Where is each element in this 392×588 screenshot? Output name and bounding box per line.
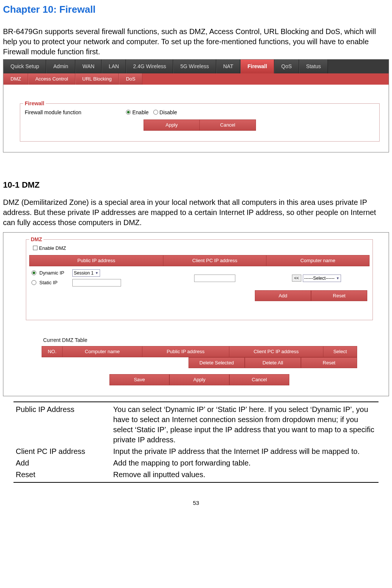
radio-dynamic-label: Dynamic IP xyxy=(39,270,69,276)
tab-status[interactable]: Status xyxy=(299,60,328,73)
tab-5g-wireless[interactable]: 5G Wireless xyxy=(173,60,216,73)
tab-admin[interactable]: Admin xyxy=(46,60,75,73)
radio-static-label: Static IP xyxy=(39,279,69,286)
dmz-ui-figure: DMZ Enable DMZ Public IP address Client … xyxy=(3,232,389,396)
subtab-access-control[interactable]: Access Control xyxy=(28,73,75,85)
term-add: Add xyxy=(13,457,111,469)
tab-24g-wireless[interactable]: 2.4G Wireless xyxy=(126,60,173,73)
table-row: Reset Remove all inputted values. xyxy=(13,469,379,481)
radio-static-ip[interactable]: Static IP xyxy=(31,279,164,287)
radio-enable-icon xyxy=(126,110,131,115)
cancel-dmz-button[interactable]: Cancel xyxy=(229,374,289,385)
radio-static-icon xyxy=(31,280,36,285)
sub-tab-bar: DMZ Access Control URL Blocking DoS xyxy=(3,73,389,85)
table-row: Add Add the mapping to port forwarding t… xyxy=(13,457,379,469)
radio-disable-icon xyxy=(153,110,158,115)
subtab-dos[interactable]: DoS xyxy=(119,73,142,85)
col-client-ip-2: Client PC IP address xyxy=(229,346,323,357)
apply-dmz-button[interactable]: Apply xyxy=(169,374,229,385)
radio-dynamic-ip[interactable]: Dynamic IP Session 1 ▼ xyxy=(31,269,164,277)
radio-disable[interactable]: Disable xyxy=(153,109,177,116)
subtab-url-blocking[interactable]: URL Blocking xyxy=(75,73,119,85)
tab-lan[interactable]: LAN xyxy=(102,60,126,73)
def-add: Add the mapping to port forwarding table… xyxy=(111,457,379,469)
def-client-ip: Input the private IP address that the In… xyxy=(111,446,379,457)
delete-selected-button[interactable]: Delete Selected xyxy=(189,357,245,369)
cancel-button[interactable]: Cancel xyxy=(200,119,256,131)
current-dmz-table-title: Current DMZ Table xyxy=(43,337,373,344)
delete-all-button[interactable]: Delete All xyxy=(245,357,301,369)
tab-firewall[interactable]: Firewall xyxy=(240,60,274,73)
section-title-dmz: 10-1 DMZ xyxy=(3,179,389,191)
firewall-ui-figure: Quick Setup Admin WAN LAN 2.4G Wireless … xyxy=(3,59,389,152)
tab-quick-setup[interactable]: Quick Setup xyxy=(3,60,46,73)
description-table: Public IP Address You can select ‘Dynami… xyxy=(13,401,379,483)
dmz-fieldset: DMZ Enable DMZ Public IP address Client … xyxy=(26,239,373,321)
col-public-ip-2: Public IP address xyxy=(142,346,229,357)
client-ip-input[interactable] xyxy=(194,275,235,282)
computer-name-select[interactable]: ------Select------ ▼ xyxy=(303,275,341,282)
dmz-legend: DMZ xyxy=(29,236,43,243)
chevron-down-icon: ▼ xyxy=(95,271,99,275)
def-reset: Remove all inputted values. xyxy=(111,469,379,481)
dmz-table-header: NO. Computer name Public IP address Clie… xyxy=(42,346,357,357)
enable-dmz-checkbox[interactable]: Enable DMZ xyxy=(33,245,370,252)
session-select-value: Session 1 xyxy=(74,270,94,276)
checkbox-icon xyxy=(33,246,37,250)
assign-button[interactable]: << xyxy=(292,275,301,282)
col-select: Select xyxy=(323,346,357,357)
static-ip-input[interactable] xyxy=(72,279,121,287)
radio-enable-label: Enable xyxy=(132,109,149,116)
col-computer-name-2: Computer name xyxy=(63,346,142,357)
firewall-module-label: Firewall module function xyxy=(25,109,118,116)
apply-button[interactable]: Apply xyxy=(144,119,200,131)
session-select[interactable]: Session 1 ▼ xyxy=(72,269,100,277)
add-button[interactable]: Add xyxy=(255,290,311,301)
subtab-dmz[interactable]: DMZ xyxy=(3,73,28,85)
def-public-ip: You can select ‘Dynamic IP’ or ‘Static I… xyxy=(111,404,379,446)
firewall-fieldset: Firewall Firewall module function Enable… xyxy=(20,103,380,142)
save-button[interactable]: Save xyxy=(109,374,169,385)
term-client-ip: Client PC IP address xyxy=(13,446,111,457)
chapter-title: Chapter 10: Firewall xyxy=(3,3,389,16)
term-public-ip: Public IP Address xyxy=(13,404,111,446)
reset-button[interactable]: Reset xyxy=(311,290,367,301)
table-row: Public IP Address You can select ‘Dynami… xyxy=(13,404,379,446)
computer-name-value: ------Select------ xyxy=(304,275,335,281)
main-tab-bar: Quick Setup Admin WAN LAN 2.4G Wireless … xyxy=(3,60,389,73)
tab-qos[interactable]: QoS xyxy=(274,60,299,73)
radio-enable[interactable]: Enable xyxy=(126,109,149,116)
dmz-paragraph: DMZ (Demilitarized Zone) is a special ar… xyxy=(3,197,389,228)
tab-wan[interactable]: WAN xyxy=(75,60,102,73)
intro-paragraph: BR-6479Gn supports several firewall func… xyxy=(3,27,389,57)
col-computer-name: Computer name xyxy=(266,255,370,266)
col-client-ip: Client PC IP address xyxy=(163,255,266,266)
reset-table-button[interactable]: Reset xyxy=(301,357,357,369)
enable-dmz-label: Enable DMZ xyxy=(39,245,66,252)
radio-dynamic-icon xyxy=(31,270,36,275)
dmz-header-row: Public IP address Client PC IP address C… xyxy=(29,255,370,266)
page-number: 53 xyxy=(3,499,389,507)
col-public-ip: Public IP address xyxy=(29,255,163,266)
col-no: NO. xyxy=(42,346,63,357)
firewall-legend: Firewall xyxy=(23,100,46,107)
chevron-down-icon: ▼ xyxy=(336,276,340,281)
table-row: Client PC IP address Input the private I… xyxy=(13,446,379,457)
tab-nat[interactable]: NAT xyxy=(216,60,241,73)
term-reset: Reset xyxy=(13,469,111,481)
radio-disable-label: Disable xyxy=(160,109,177,116)
